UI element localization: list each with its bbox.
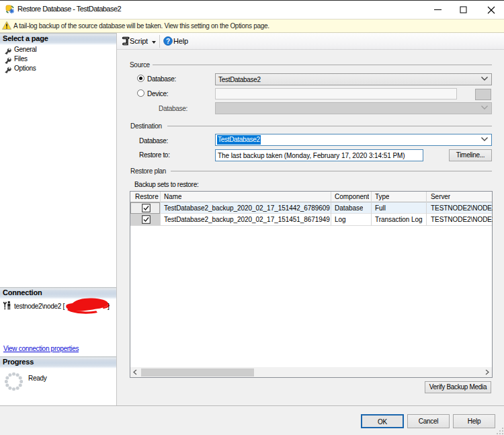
svg-text:?: ?	[166, 38, 170, 45]
